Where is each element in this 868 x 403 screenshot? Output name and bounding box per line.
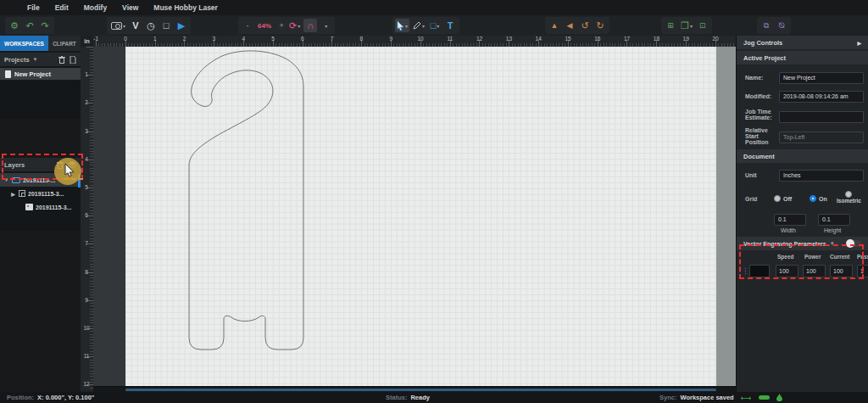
h-scrollbar[interactable] — [93, 386, 736, 392]
menu-item-view[interactable]: View — [122, 3, 138, 12]
delete-layer-icon[interactable] — [57, 161, 64, 169]
clipboard-group: ⊞ ❐▾ ⊡ — [661, 17, 712, 34]
power-field[interactable]: 100 — [803, 265, 826, 277]
redo-button[interactable]: ↷ — [38, 19, 52, 32]
position-label: Position: — [7, 394, 34, 401]
new-project-icon[interactable] — [70, 56, 76, 64]
vector-params-title: Vector Engraving Parameters — [743, 241, 826, 247]
menu-item-file[interactable]: File — [27, 3, 40, 12]
jog-controls-header[interactable]: Jog Controls ▶ — [737, 36, 868, 49]
ungroup-button[interactable]: ⦰ — [775, 19, 788, 32]
flip-horizontal-button[interactable]: ◀ — [563, 19, 576, 32]
v-ruler-number: 4 — [81, 156, 92, 162]
marquee-icon: ⊞ — [667, 22, 674, 30]
vector-params-columns: Speed Power Current Passes — [737, 254, 868, 264]
layer-list: ▼20191115-...▶20191115-3...20191115-3... — [0, 171, 81, 231]
current-field[interactable]: 100 — [830, 265, 853, 277]
copy-button[interactable]: ❐▾ — [679, 19, 694, 32]
undo-button[interactable]: ↶ — [23, 19, 36, 32]
snap-group: ⟳▾ ∩ ▾ — [285, 17, 335, 34]
h-ruler-number: 6 — [297, 36, 309, 42]
grid-off-label: Off — [783, 196, 792, 202]
layer-row[interactable]: ▶20191115-3... — [0, 187, 81, 200]
vector-params-toggle[interactable] — [846, 240, 861, 247]
layer-row[interactable]: ▼20191115-... — [0, 173, 81, 187]
grid-on-radio[interactable] — [810, 195, 816, 202]
image-layer-icon — [25, 204, 33, 210]
modified-field: 2019-08-08 09:14:26 am — [779, 91, 864, 103]
camera-button[interactable]: ▾ — [109, 19, 127, 32]
chevron-down-icon: ▾ — [690, 23, 693, 29]
v-ruler-number: 10 — [81, 325, 92, 331]
delete-project-icon[interactable] — [58, 56, 65, 64]
grid-label: Grid — [745, 196, 757, 202]
col-current: Current — [830, 254, 849, 260]
unit-select[interactable]: Inches — [779, 170, 864, 182]
document-title: Document — [743, 153, 775, 160]
pen-tool-button[interactable]: ▾ — [411, 19, 426, 32]
frame-icon: □ — [164, 21, 170, 31]
pen-icon — [413, 21, 421, 30]
vector-mode-icon: V — [132, 21, 138, 31]
paste-button[interactable]: ⊡ — [696, 19, 709, 32]
flip-vertical-button[interactable]: ▲ — [548, 19, 561, 32]
col-passes: Passes — [857, 254, 868, 260]
speed-field[interactable]: 100 — [776, 265, 798, 277]
relative-start-field[interactable]: Top-Left — [779, 132, 864, 143]
chevron-down-icon: ▾ — [422, 23, 425, 29]
rotate-ccw-button[interactable]: ↺ — [578, 19, 592, 32]
battery-icon — [759, 395, 770, 400]
zoom-out-button[interactable]: - — [241, 19, 254, 32]
grid-width-label: Width — [781, 227, 796, 233]
rotate-cw-button[interactable]: ↻ — [593, 19, 607, 32]
expand-right-icon[interactable]: ▶ — [857, 40, 861, 46]
h-scrollbar-thumb[interactable] — [125, 389, 716, 391]
passes-field[interactable]: 1 — [857, 265, 868, 277]
select-tool-button[interactable]: ▾ — [395, 19, 409, 32]
layer-row[interactable]: 20191115-3... — [0, 200, 81, 214]
h-ruler-number: -1 — [90, 36, 102, 42]
canvas-viewport[interactable] — [93, 47, 736, 386]
project-name-field[interactable]: New Project — [779, 72, 864, 84]
rotation-snap-button[interactable]: ⟳▾ — [287, 19, 302, 32]
h-ruler-number: 9 — [385, 36, 397, 42]
magnet-snap-options-button[interactable]: ▾ — [319, 19, 332, 32]
settings-button[interactable]: ⚙ — [8, 19, 21, 32]
job-time-button[interactable]: ◷ — [144, 19, 158, 32]
expand-icon[interactable]: ▶ — [10, 191, 16, 197]
relative-start-label: Relative Start Position — [745, 127, 774, 145]
h-ruler-number: 12 — [474, 36, 486, 42]
document-header: Document — [737, 149, 868, 163]
perimeter-button[interactable]: □ — [159, 19, 173, 32]
vector-params-header[interactable]: Vector Engraving Parameters ▼ — [737, 237, 868, 250]
grid-width-field[interactable]: 0.1 — [774, 214, 806, 226]
door-hanger-shape[interactable] — [93, 47, 736, 386]
vector-mode-button[interactable]: V — [129, 19, 142, 32]
job-time-field — [779, 111, 864, 123]
chevron-down-icon[interactable]: ▼ — [830, 241, 835, 246]
v-ruler-number: 1 — [81, 71, 92, 77]
chevron-down-icon[interactable]: ▼ — [33, 57, 38, 62]
tab-workspaces[interactable]: WORKSPACES — [0, 36, 48, 51]
menu-item-edit[interactable]: Edit — [55, 3, 69, 12]
menu-item-modify[interactable]: Modify — [84, 3, 107, 12]
drag-handle-icon[interactable]: ⋮ — [742, 266, 749, 275]
grid-off-radio[interactable] — [774, 195, 781, 202]
add-layer-icon[interactable] — [68, 161, 76, 169]
zoom-level: 64% — [256, 22, 273, 30]
grid-height-field[interactable]: 0.1 — [818, 214, 850, 226]
menu-item-muse-hobby-laser[interactable]: Muse Hobby Laser — [153, 3, 218, 12]
tab-clipart[interactable]: CLIPART — [48, 36, 81, 51]
grid-isometric-radio[interactable] — [845, 191, 852, 198]
group-button[interactable]: ⧉ — [760, 19, 773, 32]
collapse-icon[interactable]: ▼ — [3, 177, 9, 182]
text-tool-button[interactable]: T — [443, 19, 457, 32]
camera-icon — [111, 22, 122, 30]
magnet-snap-button[interactable]: ∩ — [303, 19, 317, 32]
shape-tool-button[interactable]: □▾ — [428, 19, 442, 32]
history-group: ⚙ ↶ ↷ — [5, 17, 54, 34]
project-item[interactable]: New Project — [0, 68, 81, 80]
run-job-button[interactable]: ▶ — [175, 19, 188, 32]
marquee-select-button[interactable]: ⊞ — [664, 19, 677, 32]
layer-color-swatch[interactable] — [749, 265, 770, 277]
